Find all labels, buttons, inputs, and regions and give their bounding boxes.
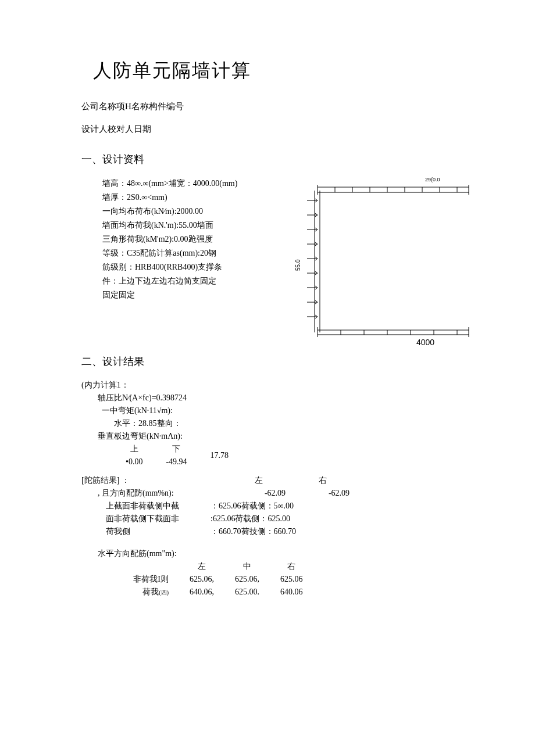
diagram-top-label: 29(0.0	[425, 177, 440, 182]
edge-val-1: •0.00	[114, 456, 154, 468]
rebar-horiz-head: 水平方向配筋(mm"m):	[98, 547, 477, 560]
design-line: 墙厚：2S0.∞<mm)	[102, 191, 277, 205]
horiz-rebar-table: 左 中 右 非荷我I则 625.06, 625.06, 625.06 荷我(四)…	[106, 560, 313, 599]
hv-col-1: 左	[179, 560, 224, 573]
result-moment-h: 水平：28.85整向：	[114, 417, 477, 430]
design-block: 墙高：48∞.∞(mm>埔宽：4000.00(mm) 墙厚：2S0.∞<mm) …	[81, 177, 477, 349]
design-line: 等级：C35配筋计算as(mm):20钢	[102, 246, 277, 260]
edge-moment-table: 上 下 17.78 •0.00 -49.94	[114, 443, 240, 468]
hv-row2-sub: (四)	[159, 589, 169, 596]
hv-val: 640.06,	[179, 586, 224, 599]
edge-val-2: -49.94	[154, 456, 198, 468]
rebar-row-val: :625.06荷载侧：625.00	[211, 513, 290, 525]
design-line: 墙高：48∞.∞(mm>埔宽：4000.00(mm)	[102, 177, 277, 191]
design-line: 一向均布荷布(kN∕m):2000.00	[102, 205, 277, 218]
design-parameters: 墙高：48∞.∞(mm>埔宽：4000.00(mm) 墙厚：2S0.∞<mm) …	[102, 177, 277, 302]
document-page: 人防单元隔墙计算 公司名称项H名称构件编号 设计人校对人日期 一、设计资料 墙高…	[0, 0, 535, 634]
rebar-row-label: 上截面非荷载侧中截	[106, 500, 211, 513]
result-axial: 轴压比N∕(A×fc)=0.398724	[98, 392, 477, 404]
hv-col-3: 右	[270, 560, 313, 573]
edge-col-2: 下	[154, 443, 198, 456]
hv-row1-label: 非荷我I则	[106, 573, 179, 586]
design-line: 件：上边下边左边右边简支固定	[102, 274, 277, 288]
hv-row2-label-text: 荷我	[142, 587, 159, 596]
meta-line-1: 公司名称项H名称构件编号	[81, 101, 477, 112]
edge-val-3: 17.78	[199, 443, 241, 468]
design-line: 三角形荷我(kM'm2):0.00跄强度	[102, 232, 277, 246]
edge-col-1: 上	[114, 443, 154, 456]
diagram-bottom-label: 4000	[416, 338, 434, 347]
hv-val: 640.06	[270, 586, 313, 599]
design-line: 固定固定	[102, 288, 277, 302]
lr-col-left: 左	[227, 474, 291, 487]
wall-diagram: 29(0.0	[294, 174, 475, 349]
hv-val: 625.06	[270, 573, 313, 586]
results-block: (内力计算1： 轴压比N∕(A×fc)=0.398724 一中弯矩(kN·11√…	[81, 379, 477, 599]
hv-col-2: 中	[224, 560, 270, 573]
hv-val: 625.00.	[224, 586, 270, 599]
result-line: (内力计算1：	[81, 379, 477, 392]
meta-line-2: 设计人校对人日期	[81, 124, 477, 135]
hv-val: 625.06,	[224, 573, 270, 586]
hv-row2-label: 荷我(四)	[106, 586, 179, 599]
page-title: 人防单元隔墙计算	[93, 58, 477, 84]
rebar-row-val: ：660.70荷技侧：660.70	[211, 525, 296, 538]
design-line: 筋级别：HRB400(RRB400)支撑条	[102, 260, 277, 274]
rebar-row-val: ：625.06荷载侧：5∞.00	[211, 500, 294, 513]
rebar-head: [陀筋结果] ：	[81, 474, 227, 487]
lr-val-right: -62.09	[307, 487, 371, 500]
rebar-row-label: 荷我侧	[106, 525, 211, 538]
rebar-row-label: 面非荷载侧下截面非	[106, 513, 211, 525]
lr-col-right: 右	[291, 474, 355, 487]
lr-val-left: -62.09	[243, 487, 307, 500]
hv-val: 625.06,	[179, 573, 224, 586]
rebar-section: [陀筋结果] ： 左 右 , 且方向配防(mm%n): -62.09 -62.0…	[81, 474, 477, 599]
diagram-side-label: 55.0	[295, 259, 301, 271]
section-2-heading: 二、设计结果	[81, 354, 477, 368]
design-line: 墙面均布荷我(kN.'m):55.00墙面	[102, 218, 277, 232]
result-edge-head: 垂直板边弯矩(kN·mΛn):	[98, 430, 477, 443]
rebar-vert-head: , 且方向配防(mm%n):	[98, 487, 243, 500]
section-1-heading: 一、设计资料	[81, 152, 477, 166]
result-moment-head: 一中弯矩(kN·11√m):	[102, 404, 477, 417]
